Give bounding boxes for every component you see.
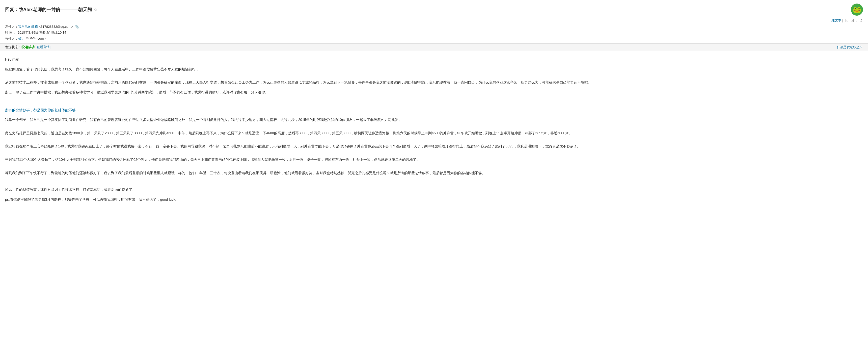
status-detail-link[interactable]: [查看详情] [36,45,51,50]
tools-separator: | [842,19,843,23]
receiver-label: 收件人： [5,36,18,41]
status-question-link[interactable]: 什么是发送状态？ [837,45,863,50]
body-line5: 我举一个例子，我自己是一个其实际了对商业在研究，我有自己的管理咨询公司在帮助很多… [5,116,863,123]
resize-small-icon[interactable]: □ [845,19,849,22]
email-title: 回复：致Alex老师的一封信————朝天阙 [5,6,92,12]
body-line10: 所以，你的悲情故事，或许只是因为你技术不行。打好基本功，或许后面的都通了。 [5,186,863,193]
meta-rows: 发件人： 我自己的邮箱 <317828332@qq.com> 📎 时 间： 20… [5,24,863,41]
body-line9: 等到我们到了下午快不行了，到营地的时候他们还饭都做好了，所以到了我们最后登顶的时… [5,170,863,177]
blank-line-5 [5,153,863,156]
status-success: 投递成功 [22,45,35,50]
frog-logo: 🐸 [851,3,863,16]
receiver-row: 收件人： 鲸。 ***@***.com> [5,36,863,41]
resize-medium-icon[interactable]: □ [850,19,854,22]
email-container: 回复：致Alex老师的一封信————朝天阙 ☆ 🐸 纯文本 | □ □ □ 🖨 … [0,0,868,216]
email-body: Hey man， 抱歉刚回复，看了你的长信，我思考了很久，竟不知如何回复，每个人… [0,51,868,216]
body-line11: ps.看你信里说报了老男孩3月的课程，那等你来了学校，可以再找我细聊，时间有限，… [5,196,863,203]
receiver-name-link[interactable]: 鲸。 [18,37,25,40]
body-line7: 我记得我在那个晚上心率已经到了140，我觉得我要死在山上了，那个时候我说我要下去… [5,143,863,150]
blank-line-7 [5,179,863,183]
blank-line-4 [5,139,863,143]
blank-line-3 [5,126,863,130]
body-line6: 爬乞力马扎罗是要爬七天的，近山是在海拔1800米，第二天到了2800，第三天到了… [5,130,863,137]
greeting-line: Hey man， [5,56,863,63]
status-left: 发送状态： 投递成功 [查看详情] [5,45,51,50]
blank-line-6 [5,166,863,170]
status-label: 发送状态： [5,45,22,50]
body-line8: 当时我们11个人10个人登顶了，这10个人全部都泪如雨下。但是我们的旁边还站了6… [5,156,863,163]
sender-name-link[interactable]: 我自己的邮箱 [18,25,38,29]
time-label: 时 间： [5,30,18,35]
print-icon[interactable]: 🖨 [860,19,863,23]
tools-row: 纯文本 | □ □ □ 🖨 [5,17,863,24]
receiver-email: ***@***.com> [26,37,46,40]
time-value: 2018年3月9日(星期五) 晚上10:14 [18,30,863,35]
sender-email: <317828332@qq.com> [39,25,73,29]
body-line4: 所以，除了在工作本身中摸索，我还想办法看各种书学习，最近我刚学完刘润的《5分钟商… [5,89,863,96]
title-area: 回复：致Alex老师的一封信————朝天阙 ☆ [5,6,97,12]
status-bar: 发送状态： 投递成功 [查看详情] 什么是发送状态？ [0,44,868,51]
sender-row: 发件人： 我自己的邮箱 <317828332@qq.com> 📎 [5,24,863,30]
title-row: 回复：致Alex老师的一封信————朝天阙 ☆ 🐸 [5,2,863,17]
body-line3: 从之前的技术工程师，转变成现在一个创业者，我也遇到很多挑战，之前只需跟代码打交道… [5,79,863,86]
star-icon[interactable]: ☆ [94,7,97,12]
resize-large-icon[interactable]: □ [855,19,858,22]
plain-text-link[interactable]: 纯文本 [831,18,841,23]
time-row: 时 间： 2018年3月9日(星期五) 晚上10:14 [5,30,863,35]
blank-line-8 [5,183,863,186]
email-header: 回复：致Alex老师的一封信————朝天阙 ☆ 🐸 纯文本 | □ □ □ 🖨 … [0,0,868,44]
status-question-anchor[interactable]: 什么是发送状态？ [837,45,863,49]
body-line2: 抱歉刚回复，看了你的长信，我思考了很久，竟不知如何回复，每个人在生活中、工作中都… [5,66,863,73]
status-detail-anchor[interactable]: [查看详情] [36,45,51,49]
sender-label: 发件人： [5,24,18,30]
section-title: 所有的悲情叙事，都是因为你的基础体能不够 [5,107,863,114]
sender-value: 我自己的邮箱 <317828332@qq.com> 📎 [18,24,863,30]
blank-line-1 [5,76,863,79]
receiver-value: 鲸。 ***@***.com> [18,36,863,41]
sender-attachment-icon: 📎 [75,25,79,29]
frog-emoji: 🐸 [852,5,862,14]
blank-line-2 [5,99,863,102]
